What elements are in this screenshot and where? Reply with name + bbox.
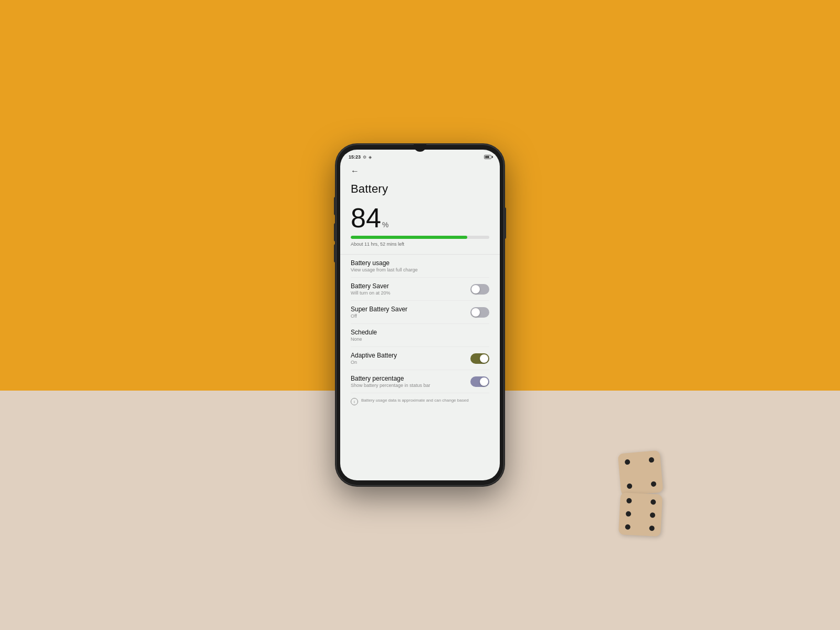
die-dot: [650, 499, 656, 505]
settings-item-super-battery-saver-text: Super Battery Saver Off: [351, 306, 470, 319]
schedule-title: Schedule: [351, 329, 489, 336]
info-section: i Battery usage data is approximate and …: [351, 393, 489, 410]
settings-item-battery-percentage[interactable]: Battery percentage Show battery percenta…: [351, 370, 489, 393]
phone-outer: 15:23 ⚙ ◈ ← Battery 84: [336, 144, 504, 486]
settings-item-battery-saver-text: Battery Saver Will turn on at 20%: [351, 282, 470, 296]
super-battery-saver-toggle[interactable]: [470, 307, 489, 318]
die-dot: [651, 481, 657, 487]
die-top: [618, 450, 664, 496]
status-bar-right: [484, 155, 491, 159]
battery-percentage-display: 84 %: [351, 204, 489, 232]
battery-progress-fill: [351, 236, 467, 239]
die-dot: [625, 524, 631, 530]
settings-item-battery-usage-text: Battery usage View usage from last full …: [351, 259, 489, 272]
battery-percentage-toggle[interactable]: [470, 376, 489, 387]
settings-item-super-battery-saver[interactable]: Super Battery Saver Off: [351, 301, 489, 324]
battery-percent-symbol: %: [382, 220, 388, 229]
settings-item-battery-usage[interactable]: Battery usage View usage from last full …: [351, 255, 489, 278]
adaptive-battery-subtitle: On: [351, 360, 470, 365]
die-dot: [649, 526, 655, 531]
battery-progress-bar: [351, 236, 489, 239]
super-battery-saver-subtitle: Off: [351, 313, 470, 319]
die-dot: [648, 457, 654, 463]
phone-wrapper: 15:23 ⚙ ◈ ← Battery 84: [336, 144, 504, 486]
battery-time-left: About 11 hrs, 52 mins left: [351, 242, 489, 247]
battery-percentage-title: Battery percentage: [351, 375, 470, 382]
status-bar-left: 15:23 ⚙ ◈: [349, 154, 372, 160]
settings-item-schedule[interactable]: Schedule None: [351, 324, 489, 347]
schedule-subtitle: None: [351, 337, 489, 342]
info-text: Battery usage data is approximate and ca…: [361, 397, 469, 403]
battery-percentage-subtitle: Show battery percentage in status bar: [351, 383, 470, 388]
battery-saver-subtitle: Will turn on at 20%: [351, 290, 470, 296]
die-dot: [626, 511, 632, 517]
back-button[interactable]: ←: [351, 166, 489, 176]
die-dot: [627, 484, 633, 489]
die-bottom: [618, 492, 663, 537]
settings-item-battery-saver[interactable]: Battery Saver Will turn on at 20%: [351, 278, 489, 301]
settings-item-adaptive-battery-text: Adaptive Battery On: [351, 352, 470, 365]
battery-saver-title: Battery Saver: [351, 282, 470, 290]
info-icon: i: [351, 398, 358, 405]
adaptive-battery-title: Adaptive Battery: [351, 352, 470, 359]
battery-usage-title: Battery usage: [351, 259, 489, 267]
battery-saver-toggle[interactable]: [470, 284, 489, 295]
settings-icon: ⚙: [363, 155, 366, 160]
die-dot: [625, 459, 631, 465]
battery-number: 84: [351, 204, 381, 232]
scene: 15:23 ⚙ ◈ ← Battery 84: [0, 0, 840, 630]
battery-usage-subtitle: View usage from last full charge: [351, 267, 489, 272]
phone-screen: 15:23 ⚙ ◈ ← Battery 84: [340, 150, 500, 480]
settings-item-adaptive-battery[interactable]: Adaptive Battery On: [351, 347, 489, 370]
battery-status-icon: [484, 155, 491, 159]
adaptive-battery-toggle[interactable]: [470, 353, 489, 364]
status-time: 15:23: [349, 154, 361, 160]
screen-content: ← Battery 84 % About 11 hrs, 52 mins lef…: [340, 162, 500, 480]
settings-item-battery-percentage-text: Battery percentage Show battery percenta…: [351, 375, 470, 388]
die-dot: [650, 512, 656, 518]
die-dot: [626, 498, 632, 504]
location-icon: ◈: [369, 155, 372, 160]
super-battery-saver-title: Super Battery Saver: [351, 306, 470, 313]
settings-item-schedule-text: Schedule None: [351, 329, 489, 342]
page-title: Battery: [351, 182, 489, 196]
dice-container: [620, 452, 662, 536]
